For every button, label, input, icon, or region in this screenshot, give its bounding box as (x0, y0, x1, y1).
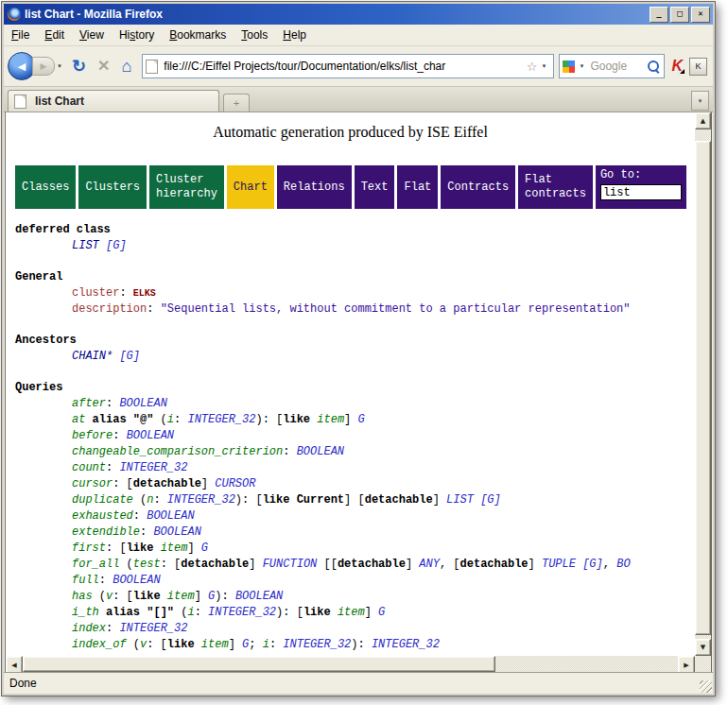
text-segment (153, 542, 160, 555)
home-icon[interactable]: ⌂ (121, 58, 131, 75)
code-line: cursor: [detachable] CURSOR (15, 476, 695, 492)
search-box[interactable]: ▼ (559, 54, 665, 78)
nav-button-flat-contracts[interactable]: Flat contracts (518, 165, 593, 209)
text-segment: BOOLEAN (113, 574, 160, 587)
text-segment: i (167, 413, 174, 426)
menu-item-file[interactable]: File (4, 26, 37, 43)
resize-grip[interactable] (700, 680, 712, 693)
text-segment: : (283, 445, 296, 458)
horizontal-scroll-thumb[interactable] (23, 656, 495, 672)
text-segment: first (72, 542, 106, 555)
close-button[interactable]: ✕ (691, 7, 710, 23)
text-segment: INTEGER_32 (283, 638, 351, 651)
text-segment: index (72, 622, 106, 635)
text-segment: for_all (72, 558, 119, 571)
code-line: Ancestors (15, 333, 695, 349)
text-segment: duplicate (72, 493, 133, 507)
text-segment: ): [ (255, 413, 283, 426)
nav-button-flat[interactable]: Flat (397, 165, 438, 209)
horizontal-scroll-track[interactable] (495, 656, 678, 672)
text-segment: ( (174, 606, 187, 619)
code-line: extendible: BOOLEAN (15, 524, 695, 541)
url-dropdown-icon[interactable]: ▼ (541, 63, 546, 69)
text-segment: : (153, 493, 166, 507)
text-segment: full (72, 574, 99, 587)
navigation-toolbar: ◀ ▶ ▼ ↻ ✕ ⌂ ☆ ▼ ▼ K K (4, 46, 713, 87)
code-line: index_of (v: [like item] G; i: INTEGER_3… (15, 637, 695, 653)
scroll-up-icon[interactable]: ▲ (695, 112, 711, 129)
text-segment: extendible (72, 525, 140, 539)
text-segment: ( (119, 558, 132, 571)
text-segment: ): [ (276, 606, 303, 619)
menu-item-edit[interactable]: Edit (37, 26, 72, 43)
tab-list-chart[interactable]: list Chart (8, 90, 219, 112)
kaspersky-keyboard-button[interactable]: K (689, 58, 707, 76)
url-input[interactable] (162, 59, 525, 74)
back-history-dropdown-icon[interactable]: ▼ (57, 63, 62, 69)
text-segment: ): [ (235, 493, 263, 507)
nav-button-classes[interactable]: Classes (15, 165, 76, 209)
code-line: exhausted: BOOLEAN (15, 508, 695, 524)
content-frame: Automatic generation produced by ISE Eif… (5, 112, 712, 672)
kaspersky-icon[interactable]: K (671, 58, 683, 75)
minimize-button[interactable]: _ (650, 7, 668, 23)
nav-button-chart[interactable]: Chart (227, 165, 274, 209)
menu-item-help[interactable]: Help (275, 26, 314, 43)
code-lines: deferred classLIST [G]Generalcluster: EL… (6, 222, 695, 653)
text-segment: ] (249, 558, 262, 571)
menu-item-tools[interactable]: Tools (234, 26, 275, 43)
nav-button-relations[interactable]: Relations (277, 165, 352, 209)
text-segment: ELKS (133, 288, 156, 299)
text-segment: like (133, 590, 161, 603)
vertical-scroll-thumb[interactable] (695, 141, 711, 635)
text-segment: [G] (480, 493, 501, 507)
text-segment: : (106, 397, 119, 410)
text-segment: detachable (181, 558, 249, 571)
stop-icon[interactable]: ✕ (97, 59, 110, 74)
code-line: cluster: ELKS (15, 285, 695, 301)
bookmark-star-icon[interactable]: ☆ (527, 60, 538, 74)
forward-button[interactable]: ▶ (32, 57, 55, 76)
code-line: changeable_comparison_criterion: BOOLEAN (15, 444, 695, 460)
list-all-tabs-button[interactable]: ▼ (691, 91, 709, 111)
text-segment: ( (153, 413, 166, 426)
tab-label: list Chart (35, 95, 84, 108)
text-segment: [[ (317, 558, 338, 571)
code-line: i_th alias "[]" (i: INTEGER_32): [like i… (15, 605, 695, 621)
text-segment: item (201, 638, 229, 651)
new-tab-button[interactable]: + (223, 94, 250, 112)
menu-item-view[interactable]: View (72, 26, 112, 43)
nav-button-cluster-hierarchy[interactable]: Cluster hierarchy (149, 165, 224, 209)
text-segment: ] (195, 590, 208, 603)
nav-button-text[interactable]: Text (355, 165, 395, 209)
text-segment: BOOLEAN (153, 525, 200, 539)
nav-button-clusters[interactable]: Clusters (78, 165, 147, 209)
scroll-down-icon[interactable]: ▼ (695, 639, 711, 656)
text-segment: G (201, 542, 208, 555)
search-engine-dropdown-icon[interactable]: ▼ (579, 63, 584, 69)
text-segment: changeable_comparison_criterion (72, 445, 283, 458)
search-input[interactable] (588, 59, 648, 74)
text-segment: detachable (338, 558, 406, 571)
vertical-scrollbar[interactable]: ▲ ▼ (695, 112, 711, 656)
search-icon[interactable] (648, 60, 659, 72)
text-segment: : (195, 606, 208, 619)
text-segment: CHAIN* (72, 350, 113, 363)
horizontal-scrollbar[interactable]: ◀ ▶ (6, 656, 695, 672)
reload-icon[interactable]: ↻ (72, 58, 86, 75)
text-segment: ): (351, 638, 372, 651)
vertical-scroll-track[interactable] (695, 129, 711, 141)
goto-input[interactable] (600, 184, 682, 200)
text-segment: LIST (446, 493, 474, 507)
text-segment: tory (135, 28, 154, 42)
title-bar[interactable]: list Chart - Mozilla Firefox _ □ ✕ (4, 4, 713, 25)
text-segment: test (133, 558, 161, 571)
menu-item-bookmarks[interactable]: Bookmarks (162, 26, 234, 43)
menu-item-history[interactable]: History (112, 26, 162, 43)
code-line: General (15, 269, 695, 285)
text-segment: BOOLEAN (235, 590, 283, 603)
maximize-button[interactable]: □ (670, 7, 689, 23)
address-bar[interactable]: ☆ ▼ (142, 54, 554, 78)
nav-button-contracts[interactable]: Contracts (441, 165, 515, 209)
text-segment: Queries (15, 381, 62, 394)
